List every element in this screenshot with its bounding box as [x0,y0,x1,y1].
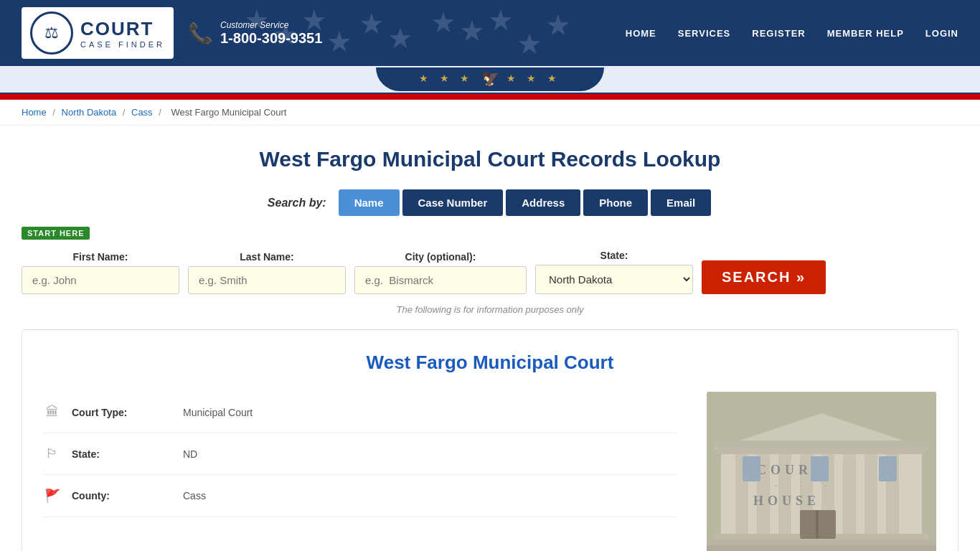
logo-sub: CASE FINDER [80,40,165,49]
breadcrumb-sep-2: / [123,107,128,118]
scales-icon: ⚖ [44,24,59,42]
svg-rect-9 [886,442,899,535]
tab-address[interactable]: Address [506,189,580,216]
cs-label: Customer Service [220,20,322,30]
nav-register[interactable]: REGISTER [752,28,805,39]
breadcrumb-sep-3: / [159,107,164,118]
court-card: West Fargo Municipal Court 🏛 Court Type:… [22,329,958,551]
state-label-detail: State: [72,448,158,460]
city-group: City (optional): [354,251,527,294]
info-note: The following is for information purpose… [22,304,958,315]
logo-icon: ⚖ [30,11,73,55]
first-name-input[interactable] [22,266,179,294]
logo-main: COURT [80,18,165,40]
start-here-badge: START HERE [22,227,90,240]
tab-email[interactable]: Email [651,189,711,216]
state-select[interactable]: North Dakota Alabama Alaska Arizona [535,265,693,294]
main-nav: HOME SERVICES REGISTER MEMBER HELP LOGIN [626,28,958,39]
detail-county: 🚩 County: Cass [44,475,678,517]
eagle-icon: 🦅 [481,70,499,87]
state-group: State: North Dakota Alabama Alaska Arizo… [535,250,693,294]
search-by-label: Search by: [268,197,326,209]
cs-phone: 1-800-309-9351 [220,30,322,47]
city-label: City (optional): [354,251,527,263]
detail-court-type: 🏛 Court Type: Municipal Court [44,392,678,433]
svg-rect-4 [778,442,791,535]
svg-text:·: · [825,481,827,491]
svg-rect-2 [735,442,748,535]
state-label: State: [535,250,693,261]
svg-rect-8 [864,442,877,535]
tab-case-number[interactable]: Case Number [402,189,504,216]
customer-service: 📞 Customer Service 1-800-309-9351 [188,20,322,47]
breadcrumb-cass[interactable]: Cass [131,107,153,118]
county-label: County: [72,490,158,501]
svg-rect-21 [743,456,760,481]
nav-home[interactable]: HOME [626,28,656,39]
nav-login[interactable]: LOGIN [925,28,958,39]
breadcrumb: Home / North Dakota / Cass / West Fargo … [0,100,980,126]
logo: ⚖ COURT CASE FINDER [22,7,174,59]
tab-phone[interactable]: Phone [583,189,648,216]
phone-icon: 📞 [188,22,213,45]
last-name-group: Last Name: [188,251,346,294]
svg-text:·: · [800,481,802,491]
search-fields: First Name: Last Name: City (optional): … [22,250,958,294]
first-name-label: First Name: [22,251,179,263]
breadcrumb-home[interactable]: Home [22,107,47,118]
svg-rect-3 [757,442,770,535]
city-input[interactable] [354,266,527,294]
last-name-input[interactable] [188,266,346,294]
svg-rect-22 [811,456,829,481]
nav-member-help[interactable]: MEMBER HELP [827,28,904,39]
eagle-banner: ★ ★ ★ 🦅 ★ ★ ★ [0,66,980,93]
court-card-title: West Fargo Municipal Court [44,352,936,374]
svg-text:·: · [775,481,777,491]
court-type-label: Court Type: [72,407,158,418]
search-by-row: Search by: Name Case Number Address Phon… [22,189,958,216]
page-title: West Fargo Municipal Court Records Looku… [22,147,958,171]
state-value: ND [183,448,197,460]
breadcrumb-sep-1: / [52,107,57,118]
tab-name[interactable]: Name [339,189,400,216]
court-type-value: Municipal Court [183,407,253,418]
svg-text:HOUSE: HOUSE [753,494,820,508]
stars-right: ★ ★ ★ [507,72,562,84]
breadcrumb-north-dakota[interactable]: North Dakota [62,107,117,118]
svg-rect-23 [879,456,897,481]
logo-text: COURT CASE FINDER [80,18,165,49]
county-value: Cass [183,490,206,501]
stars-left: ★ ★ ★ [419,72,474,84]
svg-rect-12 [714,441,929,448]
detail-state: 🏳 State: ND [44,433,678,475]
red-stripe [0,94,980,100]
court-type-icon: 🏛 [44,405,61,420]
county-icon: 🚩 [44,488,61,504]
svg-rect-7 [843,442,856,535]
court-info-row: 🏛 Court Type: Municipal Court 🏳 State: N… [44,392,936,551]
search-button[interactable]: SEARCH » [702,260,826,294]
last-name-label: Last Name: [188,251,346,263]
breadcrumb-current: West Fargo Municipal Court [171,107,286,118]
first-name-group: First Name: [22,251,179,294]
main-content: West Fargo Municipal Court Records Looku… [0,126,980,551]
nav-services[interactable]: SERVICES [678,28,731,39]
svg-rect-20 [707,545,936,551]
state-icon: 🏳 [44,446,61,461]
search-section: Search by: Name Case Number Address Phon… [22,189,958,315]
svg-rect-19 [710,540,933,545]
court-details: 🏛 Court Type: Municipal Court 🏳 State: N… [44,392,678,551]
svg-rect-25 [816,510,819,539]
courthouse-image: COURT · · · HOUSE [707,392,936,551]
